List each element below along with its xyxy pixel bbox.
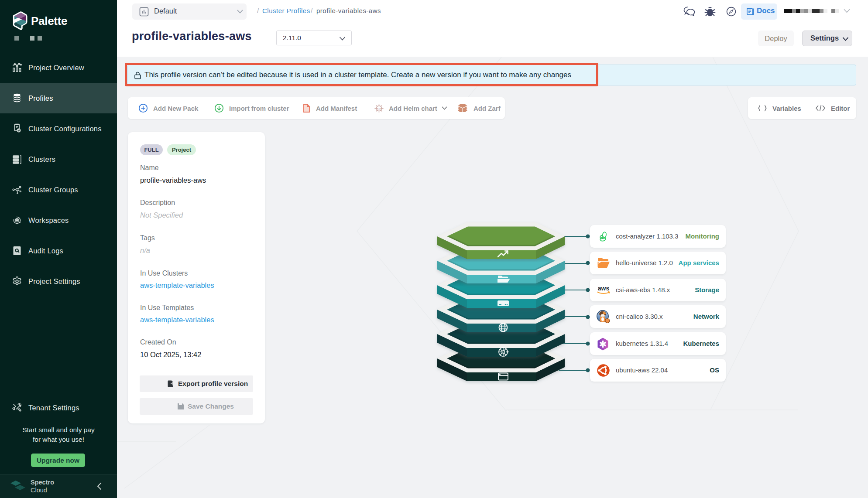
svg-text:HELM: HELM bbox=[376, 107, 382, 109]
svg-text:aws: aws bbox=[598, 285, 610, 292]
